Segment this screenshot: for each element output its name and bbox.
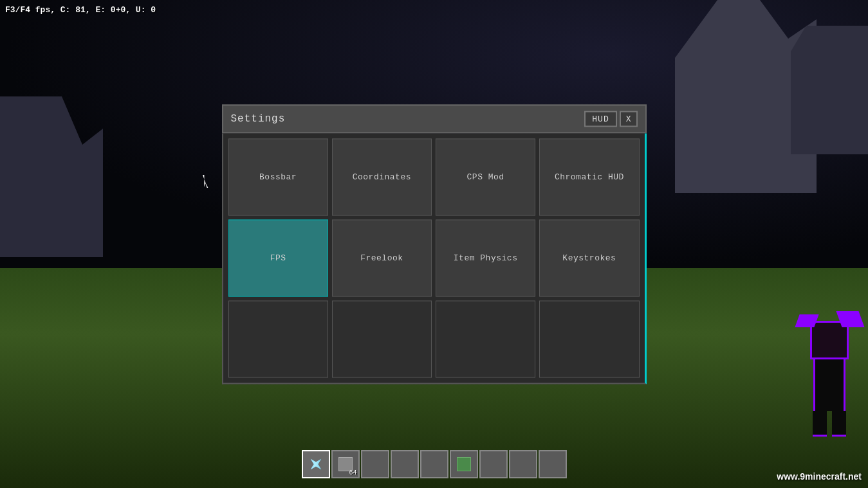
grid-cell-cps-mod[interactable]: CPS Mod <box>436 138 535 215</box>
figure-foot-right <box>832 411 846 437</box>
hotbar: 64 <box>302 450 567 478</box>
debug-text: F3/F4 fps, C: 81, E: 0+0, U: 0 <box>5 5 156 15</box>
hotbar-slot-9[interactable] <box>539 450 567 478</box>
hud-button[interactable]: HUD <box>584 111 616 127</box>
settings-grid: Bossbar Coordinates CPS Mod Chromatic HU… <box>228 138 640 377</box>
modal-titlebar-buttons: HUD X <box>584 111 637 127</box>
bossbar-label: Bossbar <box>259 172 297 182</box>
grid-cell-empty-1 <box>228 300 328 377</box>
item-count: 64 <box>349 469 356 476</box>
hotbar-slot-6[interactable] <box>450 450 478 478</box>
hotbar-slot-1[interactable] <box>302 450 330 478</box>
modal-grid-container: Bossbar Coordinates CPS Mod Chromatic HU… <box>222 133 647 384</box>
grid-cell-fps[interactable]: FPS <box>228 219 328 296</box>
figure-feet <box>804 411 855 437</box>
grid-cell-empty-3 <box>436 300 535 377</box>
fps-label: FPS <box>270 253 286 263</box>
figure-foot-left <box>813 411 827 437</box>
sword-item <box>305 453 327 475</box>
grid-cell-empty-4 <box>539 300 639 377</box>
grid-cell-bossbar[interactable]: Bossbar <box>228 138 328 215</box>
hotbar-slot-8[interactable] <box>509 450 537 478</box>
hotbar-slot-5[interactable] <box>420 450 448 478</box>
hotbar-slot-7[interactable] <box>479 450 508 478</box>
item-physics-label: Item Physics <box>454 253 518 263</box>
chromatic-hud-label: Chromatic HUD <box>555 172 624 182</box>
figure-body <box>813 359 845 411</box>
freelook-label: Freelook <box>360 253 403 263</box>
grid-cell-keystrokes[interactable]: Keystrokes <box>539 219 639 296</box>
grid-cell-coordinates[interactable]: Coordinates <box>332 138 432 215</box>
grid-cell-empty-2 <box>332 300 432 377</box>
hotbar-slot-4[interactable] <box>391 450 419 478</box>
modal-titlebar: Settings HUD X <box>222 104 647 133</box>
settings-modal: Settings HUD X Bossbar Coordinates CPS M… <box>222 104 647 384</box>
coordinates-label: Coordinates <box>353 172 411 182</box>
purple-figure <box>804 321 855 449</box>
grid-cell-item-physics[interactable]: Item Physics <box>436 219 535 296</box>
watermark: www.9minecraft.net <box>777 471 862 482</box>
grid-cell-freelook[interactable]: Freelook <box>332 219 432 296</box>
hat-left <box>795 314 818 327</box>
cps-mod-label: CPS Mod <box>467 172 504 182</box>
keystrokes-label: Keystrokes <box>562 253 616 263</box>
grid-cell-chromatic-hud[interactable]: Chromatic HUD <box>539 138 639 215</box>
hotbar-slot-3[interactable] <box>361 450 389 478</box>
modal-title: Settings <box>231 113 286 125</box>
close-button[interactable]: X <box>620 111 638 127</box>
green-item <box>457 457 471 471</box>
stone-structure-right2 <box>791 26 868 154</box>
figure-hat <box>804 308 855 327</box>
hotbar-slot-2[interactable]: 64 <box>331 450 360 478</box>
